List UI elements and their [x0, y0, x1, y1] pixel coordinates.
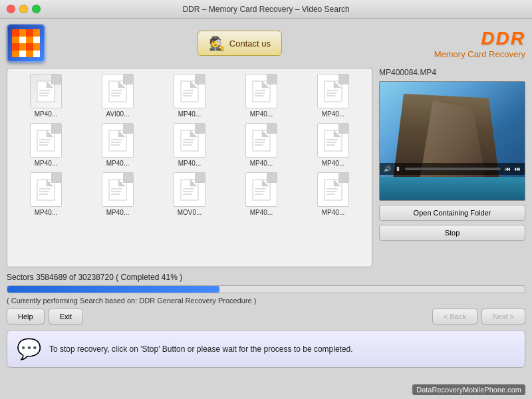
- watermark: DataRecoveryMobilePhone.com: [412, 384, 525, 395]
- volume-icon[interactable]: 🔊: [384, 166, 391, 172]
- next-button[interactable]: Next >: [481, 309, 525, 325]
- window-controls[interactable]: [7, 5, 41, 13]
- bottom-buttons: Help Exit < Back Next >: [7, 309, 525, 325]
- progress-bar-fill: [7, 286, 219, 293]
- file-item[interactable]: MP40...: [13, 74, 79, 118]
- water-area: [380, 177, 525, 200]
- pause-icon[interactable]: ⏸: [395, 166, 401, 172]
- svg-rect-4: [109, 81, 126, 102]
- rewind-icon[interactable]: ⏮: [505, 166, 511, 172]
- window-title: DDR – Memory Card Recovery – Video Searc…: [182, 5, 349, 14]
- file-label: MP40...: [178, 160, 201, 167]
- minimize-button[interactable]: [19, 5, 28, 13]
- file-item[interactable]: MP40...: [300, 74, 366, 118]
- file-label: MP40...: [322, 209, 344, 216]
- svg-rect-20: [37, 130, 55, 151]
- file-label: MP40...: [106, 160, 129, 167]
- search-info: ( Currently performing Search based on: …: [7, 297, 525, 305]
- file-icon: [245, 123, 277, 158]
- fastforward-icon[interactable]: ⏭: [515, 166, 521, 172]
- svg-rect-8: [181, 81, 198, 102]
- file-icon: [30, 123, 62, 158]
- info-box: 💬 To stop recovery, click on 'Stop' Butt…: [7, 330, 525, 368]
- main-content: 🕵️ Contact us DDR Memory Card Recovery M…: [0, 19, 532, 399]
- svg-rect-32: [253, 130, 270, 151]
- content-area: MP40...AVI00...MP40...MP40...MP40...MP40…: [7, 68, 525, 267]
- file-label: MP40...: [35, 209, 57, 216]
- file-icon: [30, 74, 62, 108]
- file-item[interactable]: MP40...: [228, 123, 295, 167]
- svg-rect-52: [253, 180, 270, 200]
- file-icon: [174, 74, 205, 108]
- file-icon: [102, 123, 134, 158]
- file-label: MP40...: [106, 209, 129, 216]
- ddr-logo: DDR Memory Card Recovery: [434, 28, 525, 59]
- open-folder-button[interactable]: Open Containing Folder: [379, 205, 525, 221]
- progress-bar-container: [7, 285, 525, 293]
- file-label: MP40...: [250, 160, 273, 167]
- progress-section: Sectors 3584689 of 30238720 ( Completed …: [7, 273, 525, 305]
- title-bar: DDR – Memory Card Recovery – Video Searc…: [0, 0, 532, 19]
- info-text: To stop recovery, click on 'Stop' Button…: [49, 344, 353, 354]
- svg-rect-12: [253, 81, 270, 102]
- top-bar: 🕵️ Contact us DDR Memory Card Recovery: [7, 24, 525, 63]
- file-label: MP40...: [35, 160, 57, 167]
- file-item[interactable]: MP40...: [13, 123, 79, 167]
- svg-rect-40: [37, 180, 55, 200]
- file-icon: [245, 172, 277, 207]
- file-grid: MP40...AVI00...MP40...MP40...MP40...MP40…: [13, 74, 366, 216]
- logo-checkerboard: [12, 29, 40, 57]
- file-icon: [317, 74, 349, 108]
- video-controls: 🔊 ⏸ ⏮ ⏭: [380, 163, 525, 175]
- maximize-button[interactable]: [32, 5, 41, 13]
- file-label: MP40...: [178, 110, 201, 118]
- video-progress-track[interactable]: [405, 168, 501, 170]
- file-icon: [174, 123, 205, 158]
- svg-rect-44: [109, 180, 126, 200]
- agent-icon: 🕵️: [209, 35, 225, 51]
- ddr-subtitle: Memory Card Recovery: [434, 49, 525, 59]
- svg-rect-0: [37, 81, 55, 102]
- file-item[interactable]: MP40...: [300, 123, 366, 167]
- svg-rect-16: [325, 81, 342, 102]
- info-icon: 💬: [17, 337, 41, 360]
- svg-rect-28: [181, 130, 198, 151]
- file-icon: [102, 172, 134, 207]
- video-preview: 🔊 ⏸ ⏮ ⏭: [379, 81, 525, 201]
- file-label: MP40...: [250, 110, 273, 118]
- file-icon: [317, 172, 349, 207]
- file-label: MP40...: [322, 110, 344, 118]
- file-icon: [30, 172, 62, 207]
- stop-button[interactable]: Stop: [379, 225, 525, 241]
- file-item[interactable]: MP40...: [228, 74, 295, 118]
- file-label: MP40...: [250, 209, 273, 216]
- left-nav-buttons: Help Exit: [7, 309, 83, 325]
- file-item[interactable]: MP40...: [13, 172, 79, 216]
- file-item[interactable]: MP40...: [228, 172, 295, 216]
- svg-rect-36: [325, 130, 342, 151]
- preview-filename: MP400084.MP4: [379, 68, 525, 77]
- file-item[interactable]: MP40...: [84, 172, 151, 216]
- file-item[interactable]: AVI00...: [84, 74, 151, 118]
- ddr-title: DDR: [434, 28, 525, 49]
- file-icon: [317, 123, 349, 158]
- close-button[interactable]: [7, 5, 15, 13]
- contact-button[interactable]: 🕵️ Contact us: [198, 31, 282, 56]
- file-icon: [174, 172, 205, 207]
- file-item[interactable]: MP40...: [300, 172, 366, 216]
- file-label: MOV0...: [178, 209, 202, 216]
- file-icon: [245, 74, 277, 108]
- file-item[interactable]: MOV0...: [156, 172, 223, 216]
- file-grid-container[interactable]: MP40...AVI00...MP40...MP40...MP40...MP40…: [7, 68, 372, 267]
- file-item[interactable]: MP40...: [156, 74, 223, 118]
- file-label: AVI00...: [106, 110, 130, 118]
- file-label: MP40...: [322, 160, 344, 167]
- back-button[interactable]: < Back: [432, 309, 477, 325]
- file-item[interactable]: MP40...: [84, 123, 151, 167]
- exit-button[interactable]: Exit: [49, 309, 83, 325]
- help-button[interactable]: Help: [7, 309, 45, 325]
- svg-rect-56: [325, 180, 342, 200]
- file-item[interactable]: MP40...: [156, 123, 223, 167]
- contact-label: Contact us: [229, 39, 271, 49]
- cliff-background: [380, 82, 525, 200]
